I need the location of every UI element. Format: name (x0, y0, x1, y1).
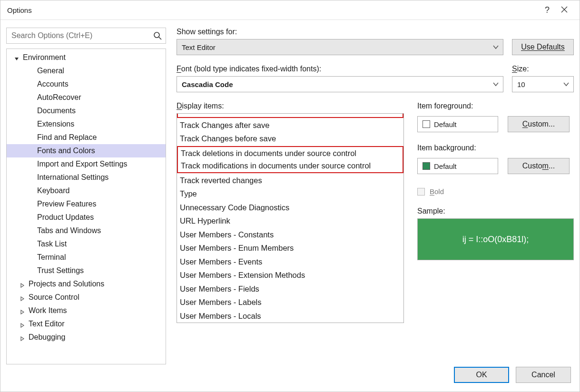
help-icon[interactable]: ? (539, 5, 556, 15)
item-fg-value: Default (434, 120, 457, 128)
tree-item-tabs-windows[interactable]: Tabs and Windows (7, 224, 166, 237)
list-item[interactable]: Unnecessary Code Diagnostics (177, 201, 403, 215)
item-fg-dropdown[interactable]: Default (417, 116, 498, 132)
chevron-down-icon (563, 81, 570, 89)
display-items-list[interactable]: Tracepoint (Error) Tracepoint (Warning) … (177, 113, 404, 323)
tree-label: Work Items (29, 306, 67, 315)
tree-item-task-list[interactable]: Task List (7, 237, 166, 251)
tree-item-environment[interactable]: Environment (7, 51, 166, 64)
tree-label: Preview Features (37, 200, 97, 208)
tree-item-general[interactable]: General (7, 64, 166, 78)
fg-custom-button[interactable]: Custom... (508, 116, 570, 132)
sample-text: ij = I::oO(0xB81l); (462, 235, 529, 245)
tree-label: Task List (37, 240, 67, 248)
chevron-down-icon (492, 44, 499, 52)
tree-label: Keyboard (37, 186, 70, 195)
show-settings-label: Show settings for: (177, 28, 503, 36)
tree-label: Environment (23, 53, 66, 62)
tree-item-keyboard[interactable]: Keyboard (7, 184, 166, 197)
ok-button[interactable]: OK (454, 367, 509, 383)
list-item[interactable]: URL Hyperlink (177, 214, 403, 228)
tree-item-autorecover[interactable]: AutoRecover (7, 91, 166, 104)
tree-label: Text Editor (29, 320, 65, 328)
list-item[interactable]: User Members - Fields (177, 282, 403, 296)
list-item[interactable]: Track Changes after save (177, 118, 403, 132)
tree-item-preview[interactable]: Preview Features (7, 197, 166, 211)
list-item[interactable]: Track deletions in documents under sourc… (180, 147, 401, 160)
sample-preview: ij = I::oO(0xB81l); (417, 218, 574, 260)
tree-item-international[interactable]: International Settings (7, 171, 166, 184)
tree-item-work-items[interactable]: Work Items (7, 304, 166, 317)
tree-item-accounts[interactable]: Accounts (7, 78, 166, 91)
font-dropdown[interactable]: Cascadia Code (177, 76, 503, 92)
tree-label: Projects and Solutions (29, 280, 104, 288)
use-defaults-label: Use Defaults (521, 43, 565, 51)
tree-item-debugging[interactable]: Debugging (7, 331, 166, 344)
tree-label: Terminal (37, 253, 66, 262)
list-item[interactable]: Type (177, 187, 403, 201)
item-bg-label: Item background: (417, 144, 574, 152)
tree-item-text-editor[interactable]: Text Editor (7, 317, 166, 331)
sample-label: Sample: (417, 207, 574, 216)
caret-down-icon (14, 55, 20, 60)
tree-label: Accounts (37, 80, 69, 88)
list-item[interactable]: User Members - Labels (177, 295, 403, 309)
tree-label: Product Updates (37, 213, 94, 222)
list-item[interactable]: Track additions in documents under sourc… (180, 113, 401, 117)
sidebar: Environment General Accounts AutoRecover… (6, 28, 166, 364)
list-item[interactable]: User Members - Locals (177, 309, 403, 323)
ok-label: OK (476, 371, 487, 379)
highlighted-group: Track additions in documents under sourc… (177, 113, 403, 118)
list-item[interactable]: Track reverted changes (177, 174, 403, 187)
tree-label: Fonts and Colors (37, 147, 95, 155)
custom-label: Custom... (522, 162, 555, 170)
chevron-down-icon (492, 81, 499, 89)
settings-panel: Show settings for: Text Editor Use Defau… (177, 28, 574, 364)
tree-item-terminal[interactable]: Terminal (7, 251, 166, 264)
titlebar: Options ? (0, 0, 580, 20)
tree-item-import-export[interactable]: Import and Export Settings (7, 157, 166, 171)
tree-label: AutoRecover (37, 93, 81, 102)
dialog-footer: OK Cancel (454, 367, 571, 383)
size-dropdown[interactable]: 10 (512, 76, 574, 92)
list-item[interactable]: User Members - Events (177, 255, 403, 269)
size-value: 10 (517, 80, 525, 88)
cancel-button[interactable]: Cancel (516, 367, 571, 383)
font-value: Cascadia Code (182, 80, 233, 88)
bold-checkbox[interactable] (417, 188, 425, 196)
color-swatch (423, 162, 430, 170)
list-item[interactable]: User Members - Enum Members (177, 241, 403, 255)
svg-line-3 (159, 37, 161, 39)
caret-right-icon (20, 334, 26, 340)
search-input-wrap[interactable] (6, 28, 166, 44)
tree-label: Extensions (37, 120, 74, 128)
bg-custom-button[interactable]: Custom... (508, 158, 570, 174)
tree-label: Trust Settings (37, 266, 84, 275)
tree-item-projects[interactable]: Projects and Solutions (7, 277, 166, 291)
tree-label: Documents (37, 107, 76, 115)
use-defaults-button[interactable]: Use Defaults (512, 39, 574, 55)
font-label: Font (bold type indicates fixed-width fo… (177, 65, 503, 73)
tree-item-fonts-colors[interactable]: Fonts and Colors (7, 144, 166, 157)
window-title: Options (7, 6, 539, 14)
tree-item-documents[interactable]: Documents (7, 104, 166, 118)
tree-item-product-updates[interactable]: Product Updates (7, 211, 166, 224)
caret-right-icon (20, 281, 26, 287)
list-item[interactable]: User Members - Constants (177, 228, 403, 242)
show-settings-dropdown[interactable]: Text Editor (177, 39, 503, 55)
tree-item-find-replace[interactable]: Find and Replace (7, 131, 166, 144)
list-item[interactable]: Track Changes before save (177, 132, 403, 146)
tree-label: Import and Export Settings (37, 160, 127, 168)
search-input[interactable] (7, 28, 166, 43)
tree-item-source-control[interactable]: Source Control (7, 291, 166, 304)
options-tree[interactable]: Environment General Accounts AutoRecover… (6, 49, 166, 364)
close-icon[interactable] (556, 6, 573, 14)
display-items-label: Display items: (177, 102, 404, 110)
list-item[interactable]: User Members - Extension Methods (177, 268, 403, 282)
bold-checkbox-row: Bold (417, 187, 574, 196)
item-bg-dropdown[interactable]: Default (417, 158, 498, 174)
tree-item-trust[interactable]: Trust Settings (7, 264, 166, 277)
item-fg-label: Item foreground: (417, 102, 574, 110)
tree-item-extensions[interactable]: Extensions (7, 118, 166, 131)
list-item[interactable]: Track modifications in documents under s… (180, 159, 401, 172)
